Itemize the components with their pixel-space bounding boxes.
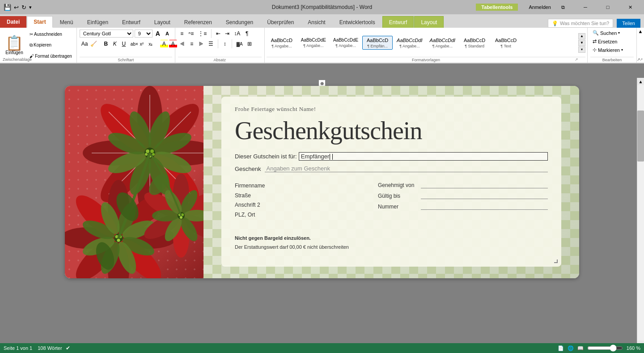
ribbon-collapse-button[interactable]: ▲ xyxy=(638,29,643,34)
tab-start[interactable]: Start xyxy=(27,16,52,28)
close-btn[interactable]: ✕ xyxy=(620,0,640,14)
approved-label: Genehmigt von xyxy=(378,182,418,188)
align-left-button[interactable]: ⫷ xyxy=(178,40,187,48)
justify-button[interactable]: ☰ xyxy=(207,40,215,48)
text-cursor xyxy=(332,154,333,160)
view-web-icon[interactable]: 🌐 xyxy=(568,345,574,351)
style-item-1[interactable]: AaBbCcDdE ¶ Angabe... xyxy=(298,36,329,50)
line-spacing-button[interactable]: ↕ xyxy=(221,40,229,48)
customize-icon[interactable]: ▾ xyxy=(29,4,32,10)
valid-line[interactable] xyxy=(421,192,548,199)
help-search[interactable]: 💡 Was möchten Sie tun? xyxy=(548,19,613,28)
bullet-list-button[interactable]: ≡ xyxy=(178,30,186,38)
underline-button[interactable]: U xyxy=(120,40,128,48)
tab-referenzen[interactable]: Referenzen xyxy=(178,16,219,28)
zoom-slider[interactable] xyxy=(587,344,623,352)
save-icon[interactable]: 💾 xyxy=(4,4,11,11)
teilen-button[interactable]: Teilen xyxy=(617,19,640,28)
font-shrink-button[interactable]: A xyxy=(163,30,171,37)
minimize-btn[interactable]: ─ xyxy=(575,0,596,14)
absatz-expand-icon[interactable]: ↗ xyxy=(637,57,640,62)
styles-more[interactable]: ▾ xyxy=(578,47,585,53)
copy-button[interactable]: ⧉ Kopieren xyxy=(28,42,74,49)
fine-print-line2: Der Erstattungswert darf 00,00 € nicht ü… xyxy=(235,243,378,252)
subscript-button[interactable]: x² xyxy=(138,41,146,47)
style-name-7: ¶ Text xyxy=(500,44,511,48)
proofread-icon[interactable]: ✔ xyxy=(66,345,70,351)
numbered-list-button[interactable]: ⁿ≡ xyxy=(187,30,195,38)
tab-entwurf1[interactable]: Entwurf xyxy=(115,16,147,28)
bold-button[interactable]: B xyxy=(102,40,110,48)
scroll-thumb[interactable] xyxy=(637,111,644,162)
shading-button[interactable]: ▓A xyxy=(235,41,245,47)
svg-point-28 xyxy=(145,153,148,156)
resize-handle[interactable] xyxy=(554,259,558,263)
sort-button[interactable]: ↕A xyxy=(232,30,242,38)
tab-entwicklertools[interactable]: Entwicklertools xyxy=(333,16,382,28)
decrease-indent-button[interactable]: ⇤ xyxy=(214,30,222,38)
style-item-3[interactable]: AaBbCcD ¶ Empfän... xyxy=(362,36,393,50)
scroll-track[interactable] xyxy=(637,85,644,340)
tab-ansicht[interactable]: Ansicht xyxy=(301,16,332,28)
voucher-fine-print: Nicht gegen Bargeld einzulösen. Der Erst… xyxy=(235,234,378,252)
font-size-select[interactable]: 9 xyxy=(135,30,153,38)
font-case-button[interactable]: Aa xyxy=(80,40,88,48)
voucher-company-info: Firmenname Straße Anschrift 2 PLZ, Ort N… xyxy=(235,181,378,252)
font-grow-button[interactable]: A xyxy=(154,29,162,38)
tab-datei[interactable]: Datei xyxy=(0,16,26,28)
style-item-4[interactable]: AaBbCcDdI ¶ Angabe... xyxy=(394,36,425,50)
view-read-icon[interactable]: 📖 xyxy=(577,345,584,351)
text-highlight-button[interactable]: A xyxy=(160,40,168,48)
styles-scroll-down[interactable]: ▼ xyxy=(578,40,585,46)
increase-indent-button[interactable]: ⇥ xyxy=(223,30,231,38)
cut-button[interactable]: ✂ Ausschneiden xyxy=(28,31,74,38)
tab-entwurf2[interactable]: Entwurf xyxy=(382,16,414,28)
markieren-button[interactable]: ⊹ Markieren ▾ xyxy=(590,46,625,54)
right-scrollbar[interactable]: ▲ ▼ xyxy=(637,78,644,348)
show-marks-button[interactable]: ¶ xyxy=(243,30,251,38)
style-item-7[interactable]: AaBbCcD ¶ Text xyxy=(491,36,521,50)
strikethrough-button[interactable]: ab× xyxy=(129,41,137,47)
align-center-button[interactable]: ≡ xyxy=(188,40,196,48)
tab-menu[interactable]: Menü xyxy=(53,16,80,28)
font-name-select[interactable]: Century Gotl xyxy=(80,30,133,38)
italic-button[interactable]: K xyxy=(111,40,119,48)
superscript-button[interactable]: x₂ xyxy=(147,41,155,47)
select-icon: ⊹ xyxy=(593,47,597,53)
restore-btn[interactable]: ⧉ xyxy=(553,0,573,14)
voucher-recipient-field[interactable]: Empfänger xyxy=(299,152,548,161)
tab-layout2[interactable]: Layout xyxy=(414,16,444,28)
undo-icon[interactable]: ↩ xyxy=(14,4,19,11)
company-street: Straße xyxy=(235,191,378,201)
ersetzen-button[interactable]: ⇄ Ersetzen xyxy=(590,38,619,45)
styles-scroll-up[interactable]: ▲ xyxy=(578,33,585,39)
anmelden-btn[interactable]: Anmelden xyxy=(529,4,551,10)
number-line[interactable] xyxy=(421,203,548,210)
tabellentools-label: Tabellentools xyxy=(476,4,518,11)
suchen-button[interactable]: 🔍 Suchen ▾ xyxy=(590,29,622,37)
clear-format-button[interactable]: 🧹 xyxy=(89,40,97,48)
border-button[interactable]: ⊞ xyxy=(246,40,254,48)
style-item-6[interactable]: AaBbCcD ¶ Standard xyxy=(459,36,490,50)
maximize-btn[interactable]: □ xyxy=(597,0,618,14)
redo-icon[interactable]: ↻ xyxy=(21,4,26,11)
scroll-up-button[interactable]: ▲ xyxy=(637,78,644,85)
tab-einfuegen[interactable]: Einfügen xyxy=(80,16,115,28)
style-preview-4: AaBbCcDdI xyxy=(397,37,422,44)
format-paint-button[interactable]: 🖌 Format übertragen xyxy=(28,53,74,60)
tab-sendungen[interactable]: Sendungen xyxy=(219,16,260,28)
voucher-gift-value[interactable]: Angaben zum Geschenk xyxy=(265,165,548,172)
multilevel-list-button[interactable]: ⋮≡ xyxy=(196,30,208,38)
tab-ueberpruefen[interactable]: Überprüfen xyxy=(260,16,301,28)
view-print-icon[interactable]: 📄 xyxy=(558,345,564,351)
style-item-2[interactable]: AaBbCcDdE ¶ Angabe... xyxy=(330,36,361,50)
style-preview-0: AaBbCcD xyxy=(271,37,292,44)
tab-layout1[interactable]: Layout xyxy=(148,16,177,28)
style-item-5[interactable]: AaBbCcDdI ¶ Angabe... xyxy=(427,36,458,50)
formatvorlagen-expand-icon[interactable]: ↗ xyxy=(575,57,578,62)
style-preview-6: AaBbCcD xyxy=(464,37,485,44)
approved-line[interactable] xyxy=(421,181,548,188)
style-item-0[interactable]: AaBbCcD ¶ Angabe... xyxy=(267,36,297,50)
paste-button[interactable]: 📋 Einfügen xyxy=(3,29,26,62)
align-right-button[interactable]: ⫸ xyxy=(197,40,206,48)
